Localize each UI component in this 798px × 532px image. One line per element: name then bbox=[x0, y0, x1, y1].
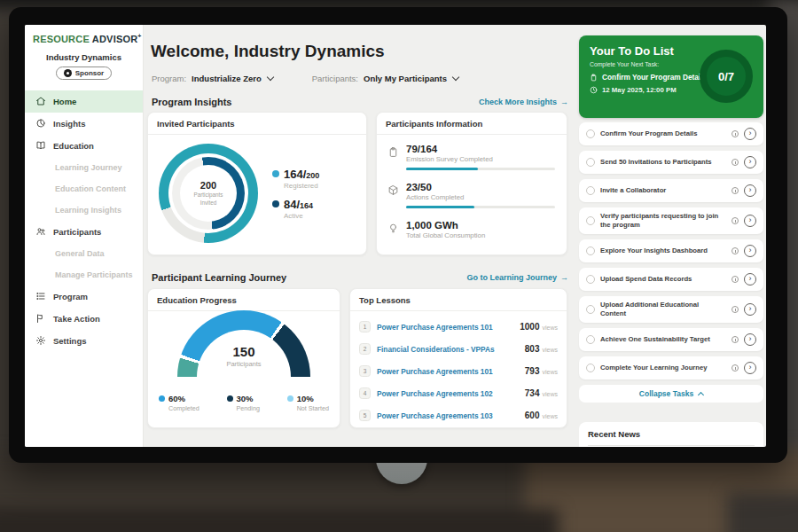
sponsor-badge: Sponsor bbox=[56, 66, 112, 80]
lesson-link[interactable]: Financial Considerations - VPPAs bbox=[377, 345, 519, 354]
legend-value: 164/ bbox=[284, 168, 306, 181]
info-row-consumption: 1,000 GWh Total Global Consumption bbox=[387, 220, 556, 239]
info-value: 79/164 bbox=[406, 144, 555, 154]
chevron-right-icon[interactable]: › bbox=[744, 333, 756, 346]
logo-primary: RESOURCE bbox=[33, 34, 90, 44]
sidebar-item-general-data[interactable]: General Data bbox=[25, 243, 143, 264]
participants-info-body: 79/164 Emission Survey Completed 23/50 A… bbox=[377, 135, 567, 260]
task-row-confirm-program-details[interactable]: Confirm Your Program Details › bbox=[579, 122, 763, 145]
list-icon bbox=[35, 291, 46, 301]
lesson-link[interactable]: Power Purchase Agreements 102 bbox=[377, 389, 519, 398]
chevron-right-icon[interactable]: › bbox=[744, 215, 756, 227]
task-row-complete-learning-journey[interactable]: Complete Your Learning Journey › bbox=[579, 356, 763, 379]
sidebar-item-program[interactable]: Program bbox=[25, 286, 143, 308]
invited-card-body: 200 Participants Invited 164/200 Registe… bbox=[148, 135, 366, 250]
sidebar-item-home[interactable]: Home bbox=[25, 90, 143, 113]
checkbox[interactable] bbox=[586, 158, 595, 167]
task-row-upload-spend-data[interactable]: Upload Spend Data Records › bbox=[579, 268, 763, 291]
legend-item-pending: 30% Pending bbox=[227, 394, 260, 412]
lesson-views: 793 bbox=[525, 366, 540, 376]
link-label: Check More Insights bbox=[479, 98, 557, 106]
collapse-label: Collapse Tasks bbox=[639, 389, 693, 398]
checkbox[interactable] bbox=[586, 186, 595, 195]
info-value: 23/50 bbox=[406, 182, 555, 192]
task-row-verify-participants[interactable]: Verify participants requesting to join t… bbox=[579, 207, 763, 234]
lesson-row: 5 Power Purchase Agreements 103 600views bbox=[359, 404, 558, 426]
task-row-send-invitations[interactable]: Send 50 Invitations to Participants › bbox=[579, 151, 763, 174]
logo-secondary: ADVISOR+ bbox=[92, 34, 142, 44]
chevron-right-icon[interactable]: › bbox=[744, 245, 756, 257]
checkbox[interactable] bbox=[586, 129, 595, 138]
chevron-right-icon[interactable]: › bbox=[744, 362, 756, 374]
lesson-rank: 2 bbox=[359, 343, 371, 355]
clock-icon bbox=[732, 187, 739, 194]
task-label: Confirm Your Program Details bbox=[600, 129, 726, 138]
lesson-rank: 4 bbox=[359, 387, 371, 399]
chevron-right-icon[interactable]: › bbox=[744, 273, 756, 286]
chevron-down-icon bbox=[452, 74, 459, 81]
divider bbox=[588, 445, 755, 446]
program-select[interactable]: Program: Industrialize Zero bbox=[152, 74, 273, 83]
checkbox[interactable] bbox=[586, 216, 595, 225]
checkbox[interactable] bbox=[586, 275, 595, 284]
views-label: views bbox=[542, 325, 558, 331]
sidebar-item-insights[interactable]: Insights bbox=[25, 113, 143, 135]
home-icon bbox=[35, 96, 46, 106]
arrow-right-icon: → bbox=[560, 98, 568, 106]
chevron-right-icon[interactable]: › bbox=[744, 303, 756, 316]
chevron-right-icon[interactable]: › bbox=[744, 184, 756, 197]
sidebar-item-settings[interactable]: Settings bbox=[25, 330, 143, 352]
donut-center-label: Participants Invited bbox=[186, 192, 231, 206]
education-progress-card: Education Progress 150 Participants 60% … bbox=[147, 288, 340, 428]
sidebar-item-manage-participants[interactable]: Manage Participants bbox=[25, 264, 143, 286]
lesson-link[interactable]: Power Purchase Agreements 101 bbox=[377, 323, 513, 332]
dashboard-screen: RESOURCE ADVISOR+ Industry Dynamics Spon… bbox=[25, 25, 766, 447]
sidebar-item-education[interactable]: Education bbox=[25, 135, 143, 157]
lesson-views: 803 bbox=[525, 344, 540, 354]
clock-icon bbox=[732, 276, 739, 283]
task-row-invite-collaborator[interactable]: Invite a Collaborator › bbox=[579, 179, 763, 202]
lesson-link[interactable]: Power Purchase Agreements 103 bbox=[377, 411, 519, 420]
legend-item-completed: 60% Completed bbox=[159, 394, 200, 412]
todo-counter: 0/7 bbox=[718, 70, 734, 83]
sidebar-item-learning-insights[interactable]: Learning Insights bbox=[25, 200, 143, 221]
sidebar-item-learning-journey[interactable]: Learning Journey bbox=[25, 157, 143, 178]
card-title: Education Progress bbox=[148, 289, 340, 311]
org-name: Industry Dynamics bbox=[25, 52, 143, 62]
link-label: Go to Learning Journey bbox=[466, 273, 557, 282]
sidebar-item-label: Participants bbox=[53, 227, 101, 237]
sidebar-item-take-action[interactable]: Take Action bbox=[25, 308, 143, 330]
task-row-achieve-sustainability-target[interactable]: Achieve One Sustainability Target › bbox=[579, 328, 763, 351]
lesson-link[interactable]: Power Purchase Agreements 101 bbox=[377, 367, 519, 376]
participants-select[interactable]: Participants: Only My Participants bbox=[312, 74, 458, 83]
sidebar-item-education-content[interactable]: Education Content bbox=[25, 178, 143, 200]
checkbox[interactable] bbox=[586, 305, 595, 314]
chevron-right-icon[interactable]: › bbox=[744, 128, 756, 140]
clock-icon bbox=[732, 247, 739, 254]
checkbox[interactable] bbox=[586, 364, 595, 372]
checkbox[interactable] bbox=[586, 335, 595, 344]
sidebar-item-participants[interactable]: Participants bbox=[25, 221, 143, 243]
task-label: Send 50 Invitations to Participants bbox=[600, 158, 726, 167]
clipboard-icon bbox=[590, 74, 598, 82]
clipboard-icon bbox=[387, 146, 399, 158]
top-lessons-card: Top Lessons 1 Power Purchase Agreements … bbox=[349, 288, 567, 428]
task-label: Achieve One Sustainability Target bbox=[600, 335, 726, 344]
sidebar: RESOURCE ADVISOR+ Industry Dynamics Spon… bbox=[25, 25, 144, 447]
collapse-tasks-link[interactable]: Collapse Tasks bbox=[579, 385, 763, 403]
task-row-upload-educational-content[interactable]: Upload Additional Educational Content › bbox=[579, 296, 763, 323]
task-row-explore-insights[interactable]: Explore Your Insights Dashboard › bbox=[579, 239, 763, 262]
sidebar-item-label: Manage Participants bbox=[55, 270, 133, 279]
lesson-views: 1000 bbox=[520, 322, 539, 332]
checkbox[interactable] bbox=[586, 246, 595, 255]
sponsor-icon bbox=[64, 69, 72, 77]
progress-track bbox=[406, 206, 555, 208]
lesson-row: 1 Power Purchase Agreements 101 1000view… bbox=[359, 316, 558, 338]
go-to-learning-journey-link[interactable]: Go to Learning Journey → bbox=[466, 273, 568, 282]
clock-icon bbox=[732, 159, 739, 166]
lesson-views: 734 bbox=[525, 388, 540, 398]
check-more-insights-link[interactable]: Check More Insights → bbox=[479, 98, 568, 106]
filter-bar: Program: Industrialize Zero Participants… bbox=[152, 74, 458, 83]
chevron-right-icon[interactable]: › bbox=[744, 156, 756, 168]
clock-icon bbox=[732, 306, 739, 313]
